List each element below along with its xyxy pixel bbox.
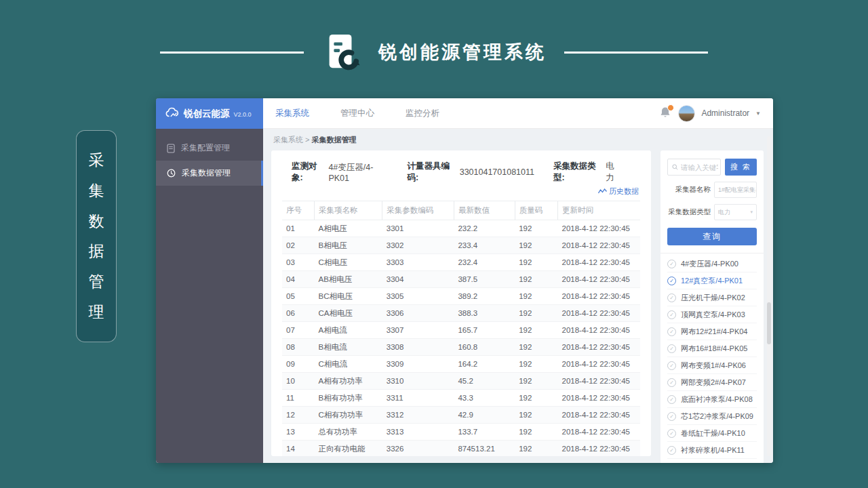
- search-input[interactable]: [681, 163, 718, 171]
- chevron-down-icon: ▾: [750, 209, 753, 215]
- cell-update-time: 2018-4-12 22:30:45: [558, 254, 640, 271]
- notification-bell-icon[interactable]: [660, 106, 672, 120]
- scrollbar-track[interactable]: [767, 136, 771, 456]
- scrollbar-thumb[interactable]: [767, 302, 771, 344]
- cell-quality-code: 192: [515, 237, 557, 254]
- device-label: 衬浆碎浆机/4-PK11: [681, 445, 745, 455]
- monitor-object-label: 监测对象:: [292, 161, 325, 184]
- banner-line-left: [160, 52, 304, 54]
- device-label: 4#变压器/4-PK00: [681, 259, 738, 269]
- primary-nav: 采集系统 管理中心 监控分析: [275, 108, 439, 119]
- cell-param-code: 3303: [382, 254, 454, 271]
- device-label: 网布12#21#/4-PK04: [681, 327, 747, 337]
- cloud-icon: [165, 107, 180, 121]
- cell-param-code: 3302: [382, 237, 454, 254]
- cell-latest-value: 388.3: [454, 305, 515, 322]
- history-row: 历史数据: [282, 185, 639, 197]
- cell-seq: 14: [282, 441, 315, 457]
- table-row: 13 总有功功率 3313 133.7 192 2018-4-12 22:30:…: [282, 424, 640, 441]
- sidebar-item-collect-data[interactable]: 采集数据管理: [156, 161, 263, 186]
- device-label: 网布16#18#/4-PK05: [681, 344, 747, 354]
- device-list-item[interactable]: ✓ 网部变频2#/4-PK07: [667, 374, 757, 391]
- sidebar-item-collect-config[interactable]: 采集配置管理: [156, 136, 263, 161]
- user-avatar[interactable]: [678, 105, 695, 122]
- banner-title: 锐创能源管理系统: [378, 40, 547, 64]
- main-column: 采集系统 管理中心 监控分析 Administrator ▼: [263, 98, 773, 463]
- cell-latest-value: 165.7: [454, 322, 515, 339]
- divider: [660, 253, 764, 253]
- device-list-item[interactable]: ✓ 4#变压器/4-PK00: [667, 256, 757, 272]
- device-list-item[interactable]: ✓ 顶网真空泵/4-PK03: [667, 306, 757, 323]
- chevron-down-icon[interactable]: ▼: [755, 110, 761, 117]
- collector-value: 1#配电室采集器: [718, 186, 757, 195]
- device-list-item[interactable]: ✓ 卷纸缸干燥/4-PK10: [667, 425, 757, 442]
- cell-item-name: A相电流: [315, 322, 382, 339]
- device-list-item[interactable]: ✓ 底面衬冲浆泵/4-PK08: [667, 391, 757, 408]
- cell-quality-code: 192: [515, 390, 557, 407]
- query-button[interactable]: 查询: [667, 228, 757, 245]
- app-window: 锐创云能源 V2.0.0 采集配置管理 采集: [156, 98, 773, 463]
- table-row: 01 A相电压 3301 232.2 192 2018-4-12 22:30:4…: [282, 220, 640, 237]
- nav-tab-monitor-analysis[interactable]: 监控分析: [406, 108, 439, 119]
- device-label: 底面衬冲浆泵/4-PK08: [681, 394, 753, 405]
- document-icon: [167, 144, 175, 153]
- table-row: 07 A相电流 3307 165.7 192 2018-4-12 22:30:4…: [282, 322, 640, 339]
- search-button[interactable]: 搜 索: [725, 159, 757, 176]
- breadcrumb-parent[interactable]: 采集系统: [273, 136, 303, 144]
- check-circle-icon: ✓: [667, 310, 676, 319]
- banner-line-right: [564, 52, 708, 54]
- breadcrumb-separator: >: [305, 136, 309, 144]
- side-tag-char: 数: [89, 211, 104, 232]
- datatype-select[interactable]: 电力 ▾: [714, 204, 757, 220]
- breadcrumb-current: 采集数据管理: [312, 136, 357, 144]
- table-row: 08 B相电流 3308 160.8 192 2018-4-12 22:30:4…: [282, 339, 640, 356]
- table-row: 10 A相有功功率 3310 45.2 192 2018-4-12 22:30:…: [282, 373, 640, 390]
- cell-item-name: 总有功功率: [315, 424, 382, 441]
- cell-update-time: 2018-4-12 22:30:45: [558, 424, 640, 441]
- cell-param-code: 3304: [382, 271, 454, 288]
- nav-tab-collect-system[interactable]: 采集系统: [275, 108, 309, 119]
- topbar-user-area: Administrator ▼: [660, 105, 761, 122]
- device-list-item[interactable]: ✓ 网布变频1#/4-PK06: [667, 357, 757, 374]
- cell-seq: 10: [282, 373, 315, 390]
- cell-latest-value: 164.2: [454, 356, 515, 373]
- cell-update-time: 2018-4-12 22:30:45: [558, 220, 640, 237]
- cell-update-time: 2018-4-12 22:30:45: [558, 322, 640, 339]
- device-label: 卷纸缸干燥/4-PK10: [681, 428, 745, 439]
- cell-param-code: 3309: [382, 356, 454, 373]
- cell-update-time: 2018-4-12 22:30:45: [558, 373, 640, 390]
- cell-latest-value: 43.3: [454, 390, 515, 407]
- cell-item-name: C相有功功率: [315, 407, 382, 424]
- nav-tab-manage-center[interactable]: 管理中心: [340, 108, 374, 119]
- device-list-item[interactable]: ✓ 压光机干燥/4-PK02: [667, 289, 757, 306]
- side-tag-char: 集: [89, 180, 104, 201]
- sidebar-item-label: 采集数据管理: [182, 167, 231, 179]
- device-list-item[interactable]: ✓ 芯1芯2冲浆泵/4-PK09: [667, 408, 757, 425]
- check-circle-icon: ✓: [667, 395, 676, 404]
- cell-seq: 08: [282, 339, 315, 356]
- device-label: 芯1芯2冲浆泵/4-PK09: [681, 411, 753, 422]
- monitor-object-value: 4#变压器/4-PK01: [328, 162, 388, 183]
- collector-select[interactable]: 1#配电室采集器 ▾: [714, 182, 757, 198]
- table-row: 06 CA相电压 3306 388.3 192 2018-4-12 22:30:…: [282, 305, 640, 322]
- device-list-item[interactable]: ✓ 衬浆碎浆机/4-PK11: [667, 442, 757, 459]
- data-panel: 监测对象: 4#变压器/4-PK01 计量器具编码: 3301041701081…: [271, 150, 651, 456]
- device-label: 顶网真空泵/4-PK03: [681, 310, 745, 320]
- cell-seq: 13: [282, 424, 315, 441]
- meter-code-label: 计量器具编码:: [407, 161, 456, 184]
- table-row: 03 C相电压 3303 232.4 192 2018-4-12 22:30:4…: [282, 254, 640, 271]
- meter-code-value: 3301041701081011: [460, 167, 534, 177]
- cell-quality-code: 192: [515, 271, 557, 288]
- cell-item-name: C相电压: [315, 254, 382, 271]
- device-list-item[interactable]: ✓ 12#真空泵/4-PK01: [667, 272, 757, 289]
- device-list-item[interactable]: ✓ 网布12#21#/4-PK04: [667, 323, 757, 340]
- device-list-item[interactable]: ✓ 网布16#18#/4-PK05: [667, 340, 757, 357]
- side-tag-char: 管: [89, 271, 104, 292]
- cell-item-name: C相电流: [315, 356, 382, 373]
- user-name[interactable]: Administrator: [701, 108, 749, 118]
- cell-quality-code: 192: [515, 441, 557, 457]
- app-logo: 锐创云能源 V2.0.0: [156, 98, 263, 129]
- history-data-link[interactable]: 历史数据: [598, 186, 639, 197]
- breadcrumb: 采集系统 > 采集数据管理: [273, 135, 764, 145]
- device-list: ✓ 4#变压器/4-PK00 ✓ 12#真空泵/4-PK01: [667, 256, 757, 459]
